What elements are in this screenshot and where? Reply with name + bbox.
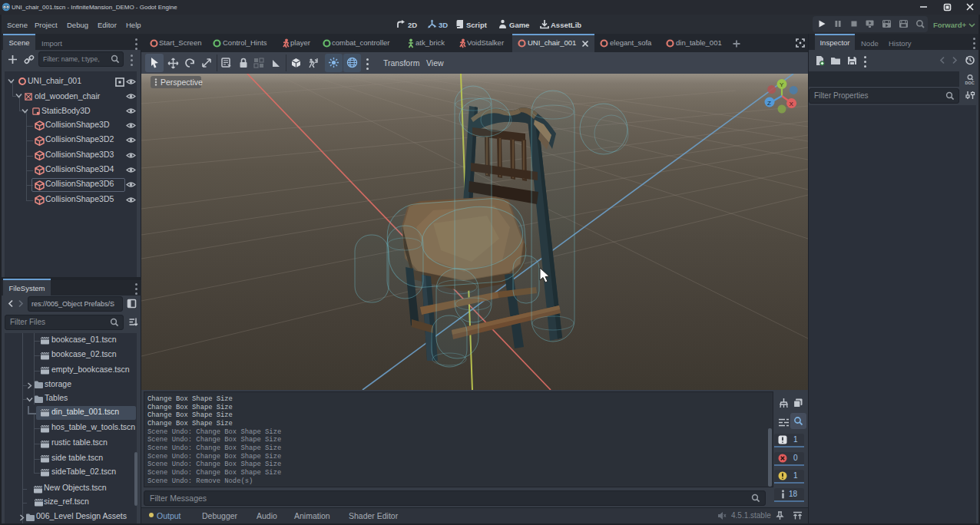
svg-text:X: X xyxy=(790,101,794,107)
svg-text:Z: Z xyxy=(767,100,771,107)
svg-text:DOC: DOC xyxy=(965,81,975,85)
svg-text:Y: Y xyxy=(780,81,784,88)
svg-text:Perspective: Perspective xyxy=(161,78,203,87)
